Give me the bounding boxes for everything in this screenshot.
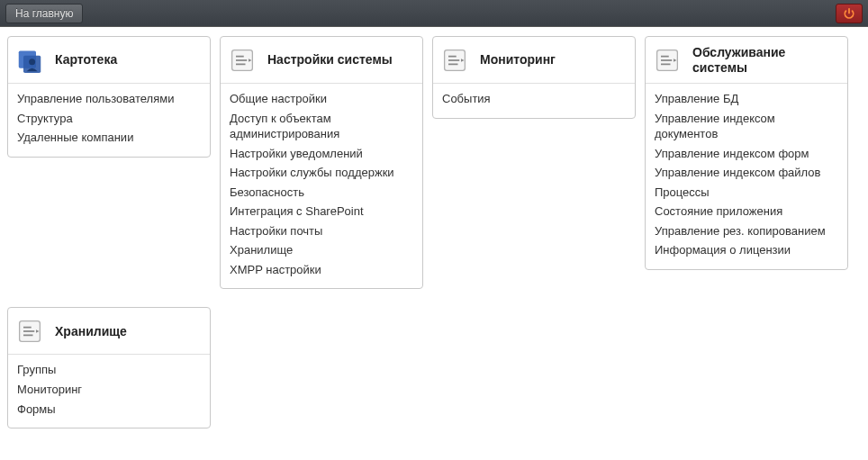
card-items: Управление пользователями Структура Удал… xyxy=(8,84,210,157)
card-item[interactable]: Управление индексом форм xyxy=(655,144,838,164)
home-button[interactable]: На главную xyxy=(5,4,83,23)
card-items: Группы Мониторинг Формы xyxy=(8,355,210,428)
card-item[interactable]: Информация о лицензии xyxy=(655,240,838,260)
card-settings: Настройки системы Общие настройки Доступ… xyxy=(220,36,423,289)
doc-icon xyxy=(442,48,467,73)
card-item[interactable]: Управление индексом документов xyxy=(655,109,838,144)
top-toolbar: На главную xyxy=(0,0,868,27)
card-item[interactable]: Интеграция с SharePoint xyxy=(230,202,413,221)
card-item[interactable]: Мониторинг xyxy=(17,380,201,400)
card-header: Обслуживание системы xyxy=(646,37,847,84)
card-header: Картотека xyxy=(8,37,210,84)
card-title: Мониторинг xyxy=(480,52,556,68)
card-item[interactable]: Процессы xyxy=(655,183,838,203)
people-icon xyxy=(17,48,42,73)
card-title: Картотека xyxy=(55,52,117,68)
card-item[interactable]: Настройки почты xyxy=(230,221,413,241)
card-service: Обслуживание системы Управление БД Управ… xyxy=(645,36,848,270)
card-item[interactable]: Группы xyxy=(17,360,201,380)
card-kartoteka: Картотека Управление пользователями Стру… xyxy=(7,36,211,158)
card-item[interactable]: Хранилище xyxy=(230,240,413,260)
card-item[interactable]: Доступ к объектам администрирования xyxy=(230,109,413,144)
dashboard: Картотека Управление пользователями Стру… xyxy=(0,27,868,437)
card-item[interactable]: Управление рез. копированием xyxy=(655,221,838,241)
card-title: Хранилище xyxy=(55,324,127,339)
card-items: События xyxy=(433,84,635,118)
doc-icon xyxy=(230,48,255,73)
card-header: Настройки системы xyxy=(221,37,422,84)
card-item[interactable]: Настройки службы поддержки xyxy=(230,163,413,183)
card-item[interactable]: Структура xyxy=(17,109,201,129)
card-item[interactable]: Управление пользователями xyxy=(17,89,201,109)
card-header: Хранилище xyxy=(8,308,210,355)
card-item[interactable]: XMPP настройки xyxy=(230,260,413,280)
doc-icon xyxy=(17,319,42,344)
doc-icon xyxy=(655,48,680,73)
card-item[interactable]: Общие настройки xyxy=(230,89,413,109)
card-monitoring: Мониторинг События xyxy=(432,36,636,119)
card-item[interactable]: Управление БД xyxy=(655,89,838,109)
card-item[interactable]: Настройки уведомлений xyxy=(230,144,413,164)
card-item[interactable]: События xyxy=(442,89,626,109)
card-item[interactable]: Состояние приложения xyxy=(655,202,838,221)
power-button[interactable] xyxy=(836,4,863,23)
card-items: Общие настройки Доступ к объектам админи… xyxy=(221,84,422,288)
card-items: Управление БД Управление индексом докуме… xyxy=(646,84,847,269)
card-header: Мониторинг xyxy=(433,37,635,84)
power-icon xyxy=(843,7,855,20)
card-storage: Хранилище Группы Мониторинг Формы xyxy=(7,307,211,428)
svg-point-2 xyxy=(29,59,35,65)
card-item[interactable]: Безопасность xyxy=(230,183,413,203)
card-item[interactable]: Удаленные компании xyxy=(17,128,201,148)
card-item[interactable]: Формы xyxy=(17,400,201,419)
card-item[interactable]: Управление индексом файлов xyxy=(655,163,838,183)
card-title: Настройки системы xyxy=(267,52,393,68)
card-title: Обслуживание системы xyxy=(692,45,838,76)
